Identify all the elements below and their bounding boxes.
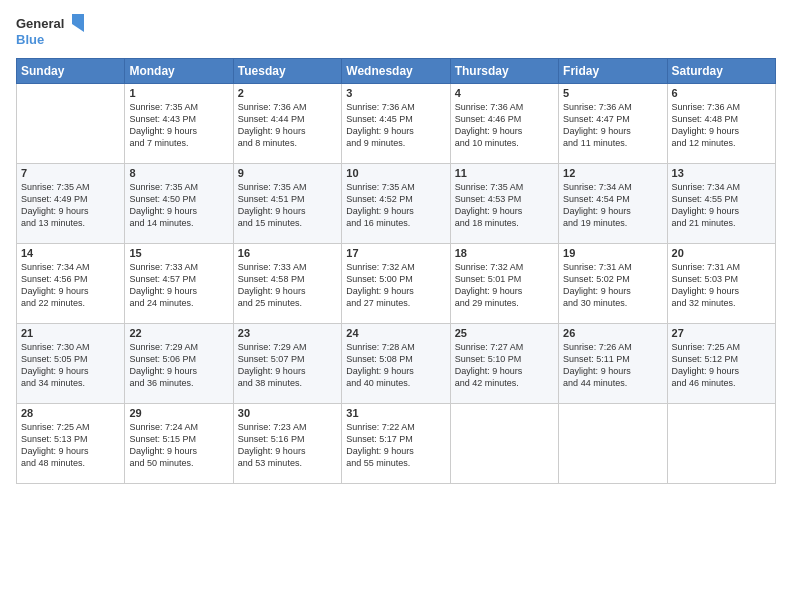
day-info: Sunset: 4:48 PM	[672, 113, 771, 125]
day-info: Daylight: 9 hours	[238, 125, 337, 137]
calendar-cell: 12Sunrise: 7:34 AMSunset: 4:54 PMDayligh…	[559, 164, 667, 244]
day-info: Daylight: 9 hours	[129, 285, 228, 297]
day-info: Sunset: 4:45 PM	[346, 113, 445, 125]
day-info: and 9 minutes.	[346, 137, 445, 149]
logo: General Blue	[16, 12, 86, 52]
day-info: Daylight: 9 hours	[455, 365, 554, 377]
day-info: Daylight: 9 hours	[129, 125, 228, 137]
calendar-cell: 8Sunrise: 7:35 AMSunset: 4:50 PMDaylight…	[125, 164, 233, 244]
day-info: Sunrise: 7:34 AM	[563, 181, 662, 193]
day-info: Sunrise: 7:33 AM	[129, 261, 228, 273]
day-info: and 27 minutes.	[346, 297, 445, 309]
day-info: and 42 minutes.	[455, 377, 554, 389]
day-number: 17	[346, 247, 445, 259]
day-info: Daylight: 9 hours	[21, 365, 120, 377]
calendar-cell: 22Sunrise: 7:29 AMSunset: 5:06 PMDayligh…	[125, 324, 233, 404]
day-number: 9	[238, 167, 337, 179]
day-info: Sunrise: 7:35 AM	[455, 181, 554, 193]
day-info: and 21 minutes.	[672, 217, 771, 229]
week-row-1: 1Sunrise: 7:35 AMSunset: 4:43 PMDaylight…	[17, 84, 776, 164]
calendar-cell	[559, 404, 667, 484]
day-info: Sunset: 5:01 PM	[455, 273, 554, 285]
day-info: and 10 minutes.	[455, 137, 554, 149]
day-info: Daylight: 9 hours	[346, 205, 445, 217]
day-info: Sunset: 4:55 PM	[672, 193, 771, 205]
calendar-cell: 23Sunrise: 7:29 AMSunset: 5:07 PMDayligh…	[233, 324, 341, 404]
weekday-header-wednesday: Wednesday	[342, 59, 450, 84]
day-info: Sunset: 4:46 PM	[455, 113, 554, 125]
day-number: 21	[21, 327, 120, 339]
calendar-page: General Blue SundayMondayTuesdayWednesda…	[0, 0, 792, 612]
day-number: 25	[455, 327, 554, 339]
calendar-cell: 30Sunrise: 7:23 AMSunset: 5:16 PMDayligh…	[233, 404, 341, 484]
day-info: Sunrise: 7:30 AM	[21, 341, 120, 353]
day-info: and 14 minutes.	[129, 217, 228, 229]
day-info: Sunset: 5:15 PM	[129, 433, 228, 445]
weekday-header-sunday: Sunday	[17, 59, 125, 84]
day-info: Sunrise: 7:24 AM	[129, 421, 228, 433]
day-info: Daylight: 9 hours	[238, 285, 337, 297]
day-info: Sunrise: 7:28 AM	[346, 341, 445, 353]
day-number: 28	[21, 407, 120, 419]
day-info: and 44 minutes.	[563, 377, 662, 389]
svg-marker-2	[72, 14, 84, 32]
day-info: and 7 minutes.	[129, 137, 228, 149]
day-number: 2	[238, 87, 337, 99]
day-number: 3	[346, 87, 445, 99]
day-info: and 8 minutes.	[238, 137, 337, 149]
calendar-cell: 4Sunrise: 7:36 AMSunset: 4:46 PMDaylight…	[450, 84, 558, 164]
calendar-table: SundayMondayTuesdayWednesdayThursdayFrid…	[16, 58, 776, 484]
day-info: and 53 minutes.	[238, 457, 337, 469]
day-info: and 38 minutes.	[238, 377, 337, 389]
week-row-4: 21Sunrise: 7:30 AMSunset: 5:05 PMDayligh…	[17, 324, 776, 404]
day-info: Sunset: 5:11 PM	[563, 353, 662, 365]
day-info: and 12 minutes.	[672, 137, 771, 149]
day-info: and 24 minutes.	[129, 297, 228, 309]
header: General Blue	[16, 12, 776, 52]
day-info: Sunrise: 7:36 AM	[346, 101, 445, 113]
day-number: 15	[129, 247, 228, 259]
calendar-cell	[17, 84, 125, 164]
day-info: Sunrise: 7:29 AM	[129, 341, 228, 353]
day-number: 1	[129, 87, 228, 99]
day-info: Sunset: 4:47 PM	[563, 113, 662, 125]
day-number: 24	[346, 327, 445, 339]
day-info: Sunrise: 7:29 AM	[238, 341, 337, 353]
calendar-cell: 29Sunrise: 7:24 AMSunset: 5:15 PMDayligh…	[125, 404, 233, 484]
day-number: 26	[563, 327, 662, 339]
day-info: Daylight: 9 hours	[455, 205, 554, 217]
day-info: Sunset: 5:06 PM	[129, 353, 228, 365]
day-info: and 15 minutes.	[238, 217, 337, 229]
calendar-cell: 28Sunrise: 7:25 AMSunset: 5:13 PMDayligh…	[17, 404, 125, 484]
day-info: Daylight: 9 hours	[563, 285, 662, 297]
day-info: and 18 minutes.	[455, 217, 554, 229]
day-info: and 22 minutes.	[21, 297, 120, 309]
svg-text:Blue: Blue	[16, 32, 44, 47]
day-info: Sunrise: 7:35 AM	[129, 101, 228, 113]
day-info: and 29 minutes.	[455, 297, 554, 309]
day-number: 18	[455, 247, 554, 259]
day-number: 13	[672, 167, 771, 179]
week-row-5: 28Sunrise: 7:25 AMSunset: 5:13 PMDayligh…	[17, 404, 776, 484]
day-info: Sunrise: 7:36 AM	[672, 101, 771, 113]
week-row-2: 7Sunrise: 7:35 AMSunset: 4:49 PMDaylight…	[17, 164, 776, 244]
day-info: Sunrise: 7:35 AM	[21, 181, 120, 193]
day-info: and 48 minutes.	[21, 457, 120, 469]
day-info: Sunset: 5:03 PM	[672, 273, 771, 285]
day-number: 20	[672, 247, 771, 259]
day-info: Daylight: 9 hours	[129, 365, 228, 377]
svg-text:General: General	[16, 16, 64, 31]
day-number: 23	[238, 327, 337, 339]
day-info: Sunrise: 7:32 AM	[346, 261, 445, 273]
day-info: Sunset: 4:50 PM	[129, 193, 228, 205]
day-info: Daylight: 9 hours	[346, 285, 445, 297]
day-info: Sunset: 5:00 PM	[346, 273, 445, 285]
day-info: Daylight: 9 hours	[21, 445, 120, 457]
calendar-cell: 25Sunrise: 7:27 AMSunset: 5:10 PMDayligh…	[450, 324, 558, 404]
day-info: Daylight: 9 hours	[21, 285, 120, 297]
day-info: and 46 minutes.	[672, 377, 771, 389]
day-info: Daylight: 9 hours	[238, 365, 337, 377]
weekday-header-tuesday: Tuesday	[233, 59, 341, 84]
day-info: Daylight: 9 hours	[563, 125, 662, 137]
day-info: and 34 minutes.	[21, 377, 120, 389]
